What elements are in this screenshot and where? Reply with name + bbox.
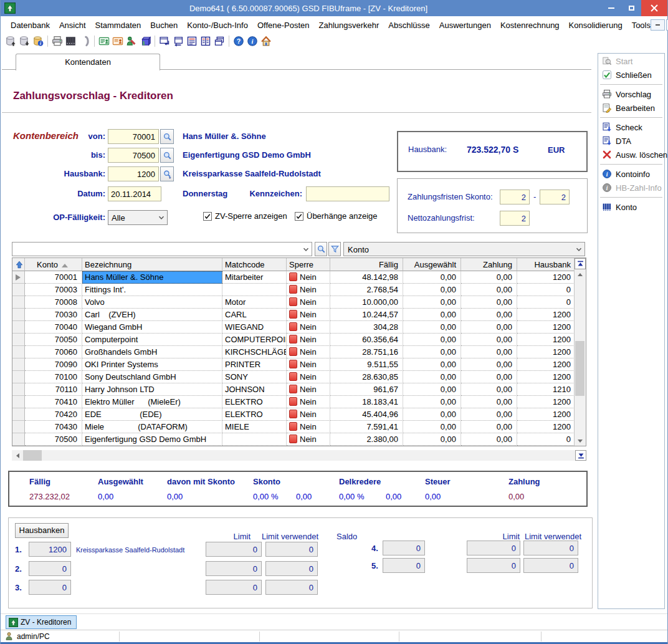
grid-cell-konto[interactable]: 70100	[25, 371, 82, 383]
column-header-bezeichnung[interactable]: Bezeichnung	[82, 258, 222, 271]
grid-cell-faellig[interactable]: 28.751,16	[330, 346, 403, 358]
hausbank-limit-used-input[interactable]: 0	[523, 558, 578, 573]
row-selector[interactable]	[12, 421, 25, 433]
grid-cell-zahlung[interactable]: 0,00	[461, 371, 517, 383]
grid-cell-faellig[interactable]: 2.380,00	[330, 433, 403, 446]
netto-frist-input[interactable]: 2	[500, 211, 530, 226]
row-selector[interactable]	[12, 408, 25, 421]
grid-cell-hausbank[interactable]: 1200	[517, 271, 576, 284]
grid-cell-bezeichnung[interactable]: Eigenfertigung GSD Demo GmbH	[82, 433, 222, 446]
grid-cell-bezeichnung[interactable]: Sony Deutschland GmbH	[82, 371, 222, 383]
filter-button[interactable]	[328, 242, 341, 256]
maximize-button[interactable]	[621, 0, 641, 16]
grid-cell-hausbank[interactable]: 1200	[517, 421, 576, 433]
grid-cell-bezeichnung[interactable]: Computerpoint	[82, 334, 222, 346]
grid-cell-zahlung[interactable]: 0,00	[461, 346, 517, 358]
sidebar-button-konto[interactable]: Konto	[602, 201, 664, 213]
sidebar-button-vorschlag[interactable]: Vorschlag	[602, 88, 664, 100]
grid-cell-konto[interactable]: 70003	[25, 284, 82, 296]
von-input[interactable]: 70001	[108, 129, 159, 144]
db-down-button[interactable]	[17, 34, 31, 48]
menu-item-auswertungen[interactable]: Auswertungen	[439, 21, 491, 30]
win-list-button[interactable]	[185, 34, 199, 48]
grid-cell-bezeichnung[interactable]: EDE (EDE)	[82, 408, 222, 421]
grid-cell-hausbank[interactable]: 0	[517, 433, 576, 446]
hscrollbar-track[interactable]	[42, 450, 575, 461]
grid-cell-zahlung[interactable]: 0,00	[461, 271, 517, 284]
grid-cell-zahlung[interactable]: 0,00	[461, 421, 517, 433]
cube-button[interactable]	[138, 34, 152, 48]
help-button[interactable]: ?	[232, 34, 246, 48]
grid-cell-zahlung[interactable]: 0,00	[461, 358, 517, 371]
hausbank-limit-used-input[interactable]: 0	[265, 542, 318, 557]
grid-cell-hausbank[interactable]: 1200	[517, 371, 576, 383]
grid-cell-ausgewaehlt[interactable]: 0,00	[403, 334, 461, 346]
grid-cell-matchcode[interactable]: JOHNSON	[222, 383, 287, 396]
grid-cell-sperre[interactable]: Nein	[287, 296, 330, 309]
hausbanken-button[interactable]: Hausbanken	[15, 523, 69, 538]
home-button[interactable]	[259, 34, 273, 48]
grid-cell-sperre[interactable]: Nein	[287, 408, 330, 421]
hausbank-limit-input[interactable]: 0	[206, 561, 262, 576]
grid-cell-hausbank[interactable]: 1200	[517, 346, 576, 358]
vertical-scrollbar[interactable]	[574, 258, 586, 446]
db-info-button[interactable]: i	[31, 34, 45, 48]
grid-cell-zahlung[interactable]: 0,00	[461, 408, 517, 421]
grid-cell-hausbank[interactable]: 1200	[517, 408, 576, 421]
filter-search-combobox[interactable]	[12, 242, 312, 256]
menu-item-datenbank[interactable]: Datenbank	[11, 21, 50, 30]
grid-cell-faellig[interactable]: 28.630,85	[330, 371, 403, 383]
grid-cell-sperre[interactable]: Nein	[287, 346, 330, 358]
menu-item-konto-buch-info[interactable]: Konto-/Buch-Info	[187, 21, 248, 30]
column-header-ausgewaehlt[interactable]: Ausgewählt	[403, 258, 461, 271]
sidebar-button-bearbeiten[interactable]: Bearbeiten	[602, 102, 664, 114]
search-button[interactable]	[315, 242, 327, 256]
hausbank-limit-used-input[interactable]: 0	[265, 580, 318, 595]
grid-cell-matchcode[interactable]: SONY	[222, 371, 287, 383]
row-selector[interactable]	[12, 346, 25, 358]
grid-cell-faellig[interactable]: 10.244,57	[330, 309, 403, 321]
grid-cell-bezeichnung[interactable]: Elektro Müller (MieleEr)	[82, 396, 222, 408]
op-faelligkeit-select[interactable]: Alle	[108, 210, 168, 225]
grid-cell-konto[interactable]: 70060	[25, 346, 82, 358]
grid-cell-sperre[interactable]: Nein	[287, 309, 330, 321]
grid-cell-sperre[interactable]: Nein	[287, 433, 330, 446]
sidebar-button-dta[interactable]: DTA	[602, 135, 664, 147]
grid-cell-konto[interactable]: 70030	[25, 309, 82, 321]
menu-item-stammdaten[interactable]: Stammdaten	[95, 21, 141, 30]
grid-cell-konto[interactable]: 70410	[25, 396, 82, 408]
card-green-button[interactable]	[97, 34, 111, 48]
grid-cell-bezeichnung[interactable]: Carl (ZVEH)	[82, 309, 222, 321]
row-selector[interactable]	[12, 396, 25, 408]
grid-cell-sperre[interactable]: Nein	[287, 284, 330, 296]
row-selector[interactable]	[12, 284, 25, 296]
grid-cell-hausbank[interactable]: 1200	[517, 321, 576, 334]
hscrollbar-thumb[interactable]	[23, 450, 42, 461]
hausbank-limit-input[interactable]: 0	[467, 558, 520, 573]
row-selector[interactable]	[12, 383, 25, 396]
first-record-button[interactable]	[575, 258, 586, 269]
hausbank-limit-input[interactable]: 0	[206, 580, 262, 595]
grid-cell-matchcode[interactable]	[222, 284, 287, 296]
row-selector[interactable]	[12, 358, 25, 371]
grid-cell-matchcode[interactable]	[222, 433, 287, 446]
grid-cell-matchcode[interactable]: KIRCHSCHLÄGER	[222, 346, 287, 358]
mdi-minimize-button[interactable]	[651, 19, 665, 31]
menu-item-tools[interactable]: Tools	[632, 21, 651, 30]
grid-cell-ausgewaehlt[interactable]: 0,00	[403, 284, 461, 296]
skonto-von-input[interactable]: 2	[500, 190, 530, 204]
archive-button[interactable]	[64, 34, 78, 48]
grid-cell-konto[interactable]: 70500	[25, 433, 82, 446]
row-selector[interactable]	[12, 296, 25, 309]
grid-cell-zahlung[interactable]: 0,00	[461, 321, 517, 334]
grid-cell-sperre[interactable]: Nein	[287, 271, 330, 284]
minimize-button[interactable]	[601, 0, 621, 16]
column-header-konto[interactable]: Konto	[25, 258, 82, 271]
grid-cell-hausbank[interactable]: 1200	[517, 396, 576, 408]
grid-cell-ausgewaehlt[interactable]: 0,00	[403, 358, 461, 371]
grid-cell-matchcode[interactable]: Mitarbeiter	[222, 271, 287, 284]
grid-cell-hausbank[interactable]: 1200	[517, 358, 576, 371]
grid-cell-ausgewaehlt[interactable]: 0,00	[403, 371, 461, 383]
scroll-left-button[interactable]	[12, 450, 23, 461]
grid-cell-bezeichnung[interactable]: Harry Johnson LTD	[82, 383, 222, 396]
